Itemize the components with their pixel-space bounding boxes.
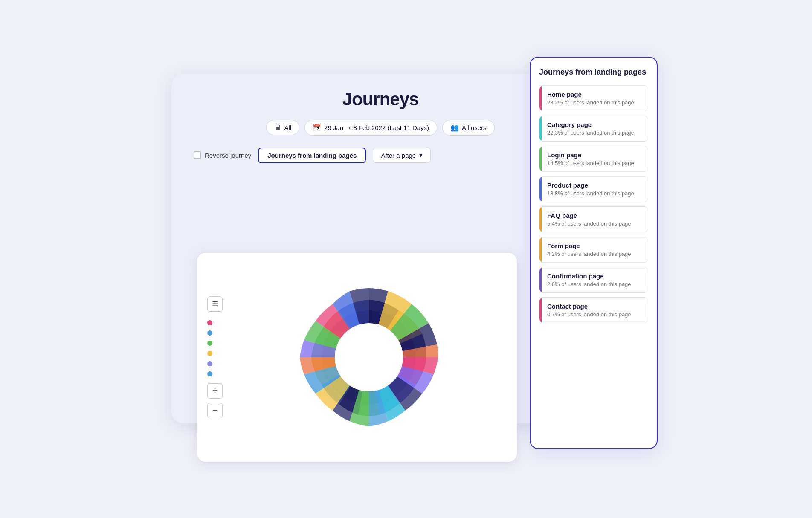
all-filter-button[interactable]: 🖥 All xyxy=(266,120,299,135)
after-page-dropdown[interactable]: After a page ▾ xyxy=(373,148,431,163)
page-item[interactable]: Confirmation page 2.6% of users landed o… xyxy=(539,267,648,293)
page-item-name: Home page xyxy=(547,91,642,98)
toolbar: 🖥 All 📅 29 Jan → 8 Feb 2022 (Last 11 Day… xyxy=(185,120,576,136)
page-item-name: Confirmation page xyxy=(547,272,642,280)
page-item-stat: 5.4% of users landed on this page xyxy=(547,220,642,227)
donut-chart xyxy=(279,268,458,447)
sub-toolbar: Reverse journey Journeys from landing pa… xyxy=(185,148,576,163)
page-item-accent xyxy=(539,207,542,232)
page-title: Journeys xyxy=(185,89,576,110)
legend-column: ☰ + − xyxy=(207,296,223,418)
page-item-stat: 28.2% of users landed on this page xyxy=(547,99,642,106)
page-item-accent xyxy=(539,267,542,292)
page-item-stat: 4.2% of users landed on this page xyxy=(547,251,642,257)
reverse-journey-toggle[interactable]: Reverse journey xyxy=(194,151,251,159)
page-item-name: Form page xyxy=(547,242,642,249)
page-item[interactable]: Contact page 0.7% of users landed on thi… xyxy=(539,297,648,323)
legend-dot-4 xyxy=(207,351,212,356)
right-panel: Journeys from landing pages Home page 28… xyxy=(530,57,658,449)
page-item-accent xyxy=(539,146,542,171)
page-item-name: Contact page xyxy=(547,303,642,310)
chevron-down-icon: ▾ xyxy=(419,151,423,159)
page-item-accent xyxy=(539,177,542,202)
date-filter-button[interactable]: 📅 29 Jan → 8 Feb 2022 (Last 11 Days) xyxy=(304,120,437,136)
chart-card: ☰ + − xyxy=(197,253,517,462)
calendar-icon: 📅 xyxy=(313,124,321,132)
page-item-stat: 0.7% of users landed on this page xyxy=(547,311,642,318)
page-item-accent xyxy=(539,86,542,111)
page-item-name: Product page xyxy=(547,182,642,189)
zoom-in-button[interactable]: + xyxy=(207,383,223,399)
page-item-stat: 14.5% of users landed on this page xyxy=(547,160,642,166)
journeys-from-landing-tab[interactable]: Journeys from landing pages xyxy=(258,148,366,163)
svg-point-0 xyxy=(335,323,403,391)
page-item[interactable]: Form page 4.2% of users landed on this p… xyxy=(539,237,648,263)
page-item[interactable]: Login page 14.5% of users landed on this… xyxy=(539,146,648,172)
page-item-stat: 18.8% of users landed on this page xyxy=(547,190,642,197)
page-item-accent xyxy=(539,237,542,262)
legend-dot-5 xyxy=(207,361,212,366)
zoom-out-button[interactable]: − xyxy=(207,403,223,418)
users-filter-button[interactable]: 👥 All users xyxy=(442,120,495,136)
page-item[interactable]: Home page 28.2% of users landed on this … xyxy=(539,85,648,111)
page-items-list: Home page 28.2% of users landed on this … xyxy=(539,85,648,323)
list-icon: ☰ xyxy=(212,300,218,308)
donut-chart-area xyxy=(231,268,507,447)
page-item-name: FAQ page xyxy=(547,212,642,219)
legend-list-button[interactable]: ☰ xyxy=(207,296,223,312)
page-item-accent xyxy=(539,298,542,323)
page-item-name: Login page xyxy=(547,151,642,159)
page-item-stat: 22.3% of users landed on this page xyxy=(547,130,642,136)
page-item[interactable]: Product page 18.8% of users landed on th… xyxy=(539,176,648,202)
legend-dot-2 xyxy=(207,330,212,336)
legend-dot-1 xyxy=(207,320,212,325)
page-item-name: Category page xyxy=(547,121,642,128)
reverse-checkbox[interactable] xyxy=(194,151,201,159)
users-icon: 👥 xyxy=(450,124,459,132)
monitor-icon: 🖥 xyxy=(274,124,281,131)
panel-title: Journeys from landing pages xyxy=(539,68,648,77)
legend-dot-3 xyxy=(207,341,212,346)
page-item-accent xyxy=(539,116,542,141)
page-item[interactable]: FAQ page 5.4% of users landed on this pa… xyxy=(539,206,648,232)
page-item-stat: 2.6% of users landed on this page xyxy=(547,281,642,287)
legend-dot-6 xyxy=(207,371,212,376)
page-item[interactable]: Category page 22.3% of users landed on t… xyxy=(539,116,648,142)
